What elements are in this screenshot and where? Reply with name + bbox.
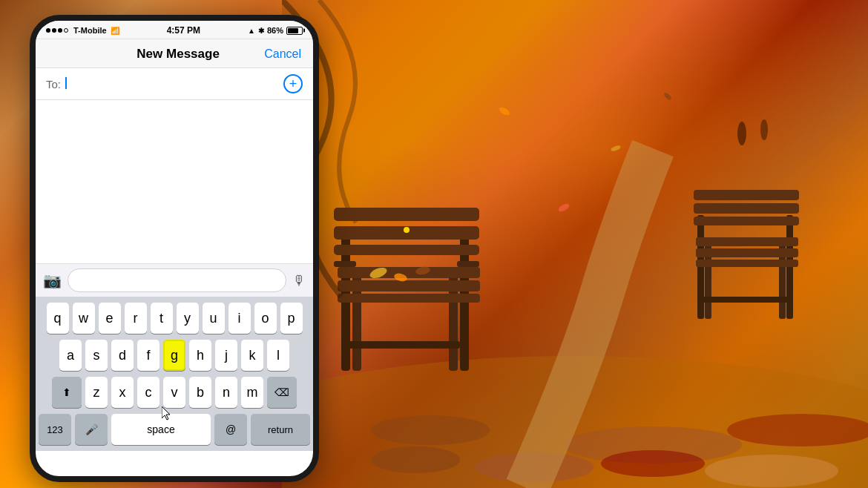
svg-rect-12 bbox=[334, 245, 479, 255]
key-v[interactable]: v bbox=[163, 377, 185, 408]
svg-rect-15 bbox=[338, 294, 480, 303]
key-a[interactable]: a bbox=[59, 340, 82, 371]
svg-point-42 bbox=[705, 455, 838, 487]
time-display: 4:57 PM bbox=[167, 25, 200, 36]
svg-point-33 bbox=[737, 122, 746, 145]
key-s[interactable]: s bbox=[85, 340, 108, 371]
key-z[interactable]: z bbox=[85, 377, 108, 408]
battery-body bbox=[286, 27, 303, 35]
status-left: T-Mobile 📶 bbox=[46, 26, 119, 35]
signal-dot-2 bbox=[52, 28, 56, 33]
message-header: New Message Cancel bbox=[36, 39, 313, 68]
add-contact-button[interactable]: + bbox=[283, 74, 303, 93]
svg-rect-9 bbox=[347, 341, 460, 349]
key-t[interactable]: t bbox=[151, 303, 173, 334]
svg-rect-29 bbox=[694, 217, 799, 225]
keyboard-row-3: ⬆ z x c v b n m ⌫ bbox=[39, 377, 310, 408]
text-cursor bbox=[65, 77, 67, 89]
key-x[interactable]: x bbox=[111, 377, 134, 408]
delete-key[interactable]: ⌫ bbox=[267, 377, 297, 408]
signal-dot-4 bbox=[64, 28, 68, 33]
message-body[interactable] bbox=[36, 100, 313, 263]
svg-point-21 bbox=[404, 227, 410, 233]
key-h[interactable]: h bbox=[189, 340, 211, 371]
key-w[interactable]: w bbox=[73, 303, 95, 334]
svg-rect-14 bbox=[338, 280, 480, 291]
space-key[interactable]: space bbox=[111, 414, 211, 445]
message-text-input[interactable] bbox=[68, 268, 286, 292]
key-d[interactable]: d bbox=[111, 340, 134, 371]
key-n[interactable]: n bbox=[215, 377, 237, 408]
svg-rect-27 bbox=[694, 190, 799, 200]
svg-rect-31 bbox=[696, 248, 798, 257]
to-input[interactable] bbox=[65, 77, 283, 91]
svg-point-41 bbox=[601, 450, 705, 477]
key-c[interactable]: c bbox=[137, 377, 160, 408]
key-u[interactable]: u bbox=[203, 303, 225, 334]
battery-percent: 86% bbox=[267, 26, 283, 35]
svg-rect-17 bbox=[457, 261, 479, 267]
to-label: To: bbox=[46, 78, 61, 90]
keyboard-row-bottom: 123 🎤 space @ return bbox=[39, 414, 310, 445]
keyboard: q w e r t y u i o p a s d f g h j k l ⬆ … bbox=[36, 297, 313, 451]
bluetooth-icon: ✱ bbox=[258, 27, 264, 35]
key-o[interactable]: o bbox=[254, 303, 277, 334]
svg-rect-30 bbox=[696, 237, 798, 246]
key-i[interactable]: i bbox=[228, 303, 251, 334]
at-key[interactable]: @ bbox=[214, 414, 247, 445]
wifi-icon: 📶 bbox=[111, 27, 119, 35]
signal-dot-3 bbox=[58, 28, 62, 33]
shift-key[interactable]: ⬆ bbox=[52, 377, 82, 408]
battery-fill bbox=[288, 28, 298, 33]
status-right: ▲ ✱ 86% bbox=[248, 26, 303, 35]
svg-rect-16 bbox=[334, 261, 356, 267]
status-bar: T-Mobile 📶 4:57 PM ▲ ✱ 86% bbox=[36, 21, 313, 39]
svg-rect-28 bbox=[694, 203, 799, 214]
svg-rect-13 bbox=[338, 267, 480, 278]
message-input-bar: 📷 🎙 bbox=[36, 263, 313, 297]
key-l[interactable]: l bbox=[267, 340, 289, 371]
numbers-key[interactable]: 123 bbox=[39, 414, 71, 445]
signal-dot-1 bbox=[46, 28, 50, 33]
key-r[interactable]: r bbox=[125, 303, 147, 334]
key-q[interactable]: q bbox=[47, 303, 69, 334]
location-icon: ▲ bbox=[248, 27, 255, 35]
svg-point-39 bbox=[371, 446, 460, 473]
key-b[interactable]: b bbox=[189, 377, 211, 408]
camera-button[interactable]: 📷 bbox=[43, 271, 62, 289]
svg-rect-26 bbox=[702, 297, 788, 303]
bench-scene bbox=[282, 0, 868, 488]
microphone-key[interactable]: 🎤 bbox=[75, 414, 108, 445]
to-field: To: + bbox=[36, 68, 313, 100]
key-j[interactable]: j bbox=[215, 340, 237, 371]
svg-point-34 bbox=[760, 119, 768, 140]
keyboard-row-1: q w e r t y u i o p bbox=[39, 303, 310, 334]
key-p[interactable]: p bbox=[280, 303, 303, 334]
return-key[interactable]: return bbox=[251, 414, 310, 445]
svg-rect-5 bbox=[341, 237, 350, 371]
battery-indicator bbox=[286, 27, 303, 35]
message-title: New Message bbox=[92, 47, 264, 62]
phone-mockup: T-Mobile 📶 4:57 PM ▲ ✱ 86% New Message C… bbox=[30, 15, 319, 482]
key-g[interactable]: g bbox=[163, 340, 185, 371]
svg-rect-6 bbox=[460, 237, 469, 371]
key-m[interactable]: m bbox=[241, 377, 263, 408]
signal-strength bbox=[46, 28, 68, 33]
carrier-name: T-Mobile bbox=[73, 26, 107, 35]
key-k[interactable]: k bbox=[241, 340, 263, 371]
key-y[interactable]: y bbox=[177, 303, 199, 334]
keyboard-row-2: a s d f g h j k l bbox=[39, 340, 310, 371]
svg-point-2 bbox=[371, 415, 490, 445]
key-e[interactable]: e bbox=[99, 303, 121, 334]
cancel-button[interactable]: Cancel bbox=[264, 47, 301, 61]
svg-rect-32 bbox=[696, 260, 798, 267]
microphone-button[interactable]: 🎙 bbox=[292, 273, 306, 288]
key-f[interactable]: f bbox=[137, 340, 160, 371]
